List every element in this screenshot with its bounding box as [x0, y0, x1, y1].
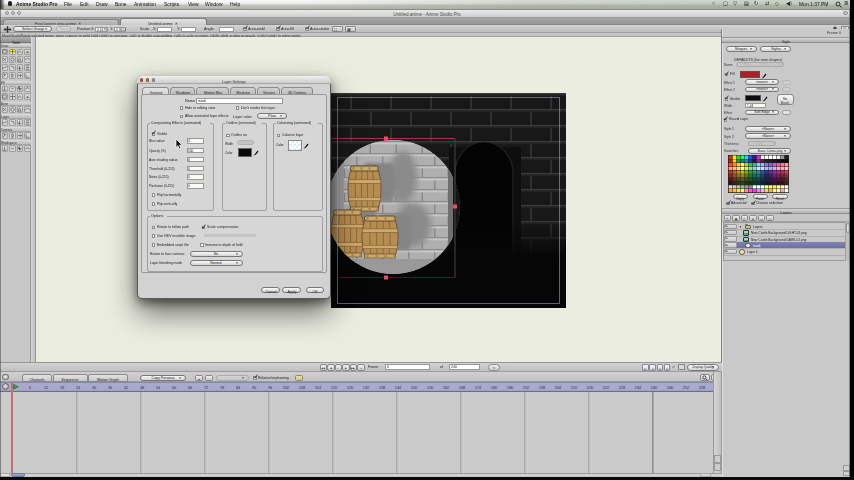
svg-text:138: 138: [379, 386, 385, 390]
svg-text:210: 210: [571, 386, 577, 390]
svg-text:234: 234: [635, 386, 641, 390]
svg-text:150: 150: [411, 386, 417, 390]
svg-text:30: 30: [92, 386, 96, 390]
svg-text:144: 144: [395, 386, 401, 390]
svg-text:174: 174: [475, 386, 481, 390]
svg-text:216: 216: [587, 386, 593, 390]
svg-text:66: 66: [188, 386, 192, 390]
svg-text:198: 198: [539, 386, 545, 390]
svg-text:180: 180: [491, 386, 497, 390]
svg-text:204: 204: [555, 386, 561, 390]
svg-text:120: 120: [331, 386, 337, 390]
svg-text:240: 240: [651, 386, 657, 390]
svg-text:252: 252: [683, 386, 689, 390]
svg-text:54: 54: [156, 386, 160, 390]
svg-text:24: 24: [76, 386, 80, 390]
svg-text:258: 258: [699, 386, 705, 390]
svg-text:222: 222: [603, 386, 609, 390]
svg-text:162: 162: [443, 386, 449, 390]
svg-text:78: 78: [220, 386, 224, 390]
svg-text:126: 126: [347, 386, 353, 390]
svg-text:108: 108: [299, 386, 305, 390]
svg-text:84: 84: [236, 386, 240, 390]
svg-text:90: 90: [252, 386, 256, 390]
svg-text:42: 42: [124, 386, 128, 390]
svg-text:132: 132: [363, 386, 369, 390]
svg-text:114: 114: [315, 386, 321, 390]
svg-text:246: 246: [667, 386, 673, 390]
svg-text:12: 12: [44, 386, 48, 390]
svg-text:6: 6: [29, 386, 31, 390]
svg-text:96: 96: [268, 386, 272, 390]
svg-text:72: 72: [204, 386, 208, 390]
svg-text:186: 186: [507, 386, 513, 390]
svg-text:60: 60: [172, 386, 176, 390]
svg-text:228: 228: [619, 386, 625, 390]
svg-text:156: 156: [427, 386, 433, 390]
svg-text:168: 168: [459, 386, 465, 390]
svg-text:18: 18: [60, 386, 64, 390]
svg-text:36: 36: [108, 386, 112, 390]
svg-text:102: 102: [283, 386, 289, 390]
svg-text:192: 192: [523, 386, 529, 390]
svg-text:48: 48: [140, 386, 144, 390]
